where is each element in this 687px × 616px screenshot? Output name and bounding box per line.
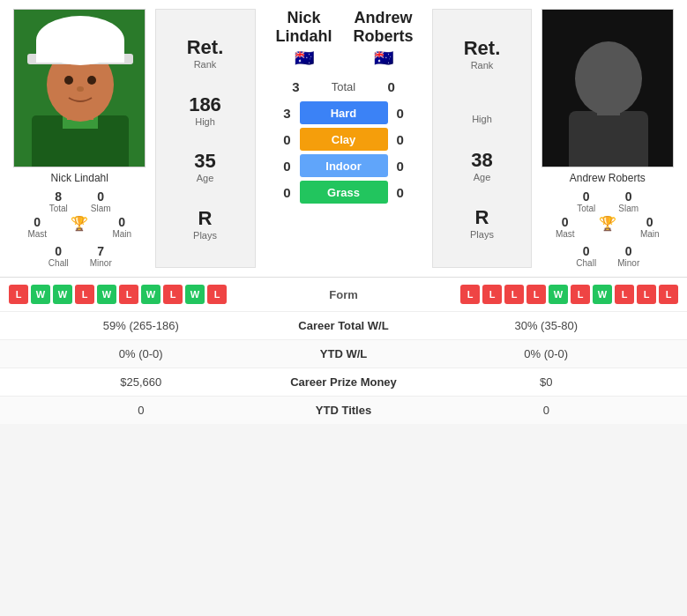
- middle-scores: Nick Lindahl 🇦🇺 Andrew Roberts 🇦🇺 3 Tota…: [260, 9, 428, 268]
- right-main-val: 0: [632, 215, 668, 229]
- bottom-stats-row-0: 59% (265-186) Career Total W/L 30% (35-8…: [0, 311, 687, 339]
- left-high-value: 186: [189, 93, 221, 116]
- left-surface-score-0: 3: [265, 106, 300, 121]
- left-total-score: 3: [273, 79, 309, 94]
- right-form-badge-5: L: [571, 285, 590, 304]
- bottom-center-2: Career Prize Money: [273, 375, 414, 389]
- left-main-stat: 0 Main: [104, 215, 139, 239]
- left-player-photo: [13, 9, 146, 167]
- right-chall-val: 0: [569, 244, 604, 258]
- bottom-left-0: 59% (265-186): [9, 319, 273, 332]
- svg-point-8: [64, 76, 73, 85]
- svg-rect-7: [36, 41, 124, 63]
- left-minor-lbl: Minor: [83, 258, 118, 268]
- right-mast-stat: 0 Mast: [548, 215, 583, 239]
- left-form-badge-3: L: [75, 285, 94, 304]
- total-score-row: 3 Total 0: [265, 79, 423, 94]
- surface-score-row-0: 3 Hard 0: [265, 101, 423, 124]
- bottom-right-0: 30% (35-80): [414, 319, 679, 332]
- right-surface-score-1: 0: [388, 132, 423, 147]
- right-form-badge-1: L: [482, 285, 502, 304]
- left-form-badge-9: L: [207, 285, 227, 304]
- right-age-value: 38: [471, 149, 492, 172]
- right-name-heading: Andrew Roberts 🇦🇺: [344, 9, 423, 71]
- right-mast-lbl: Mast: [548, 229, 583, 239]
- left-chall-stat: 0 Chall: [41, 244, 76, 268]
- surface-badge-0: Hard: [300, 101, 388, 124]
- left-form-badge-7: L: [163, 285, 183, 304]
- bottom-left-2: $25,660: [9, 375, 273, 389]
- right-plays-value: R: [470, 206, 494, 229]
- right-form-badge-0: L: [460, 285, 480, 304]
- right-slam-lbl: Slam: [611, 204, 646, 213]
- right-high-label: High: [472, 114, 492, 124]
- left-age-item: 35 Age: [194, 150, 215, 183]
- right-rank-item: Ret. Rank: [464, 37, 501, 71]
- left-stats-row3: 0 Chall 7 Minor: [41, 244, 118, 268]
- left-form-badge-1: W: [31, 285, 50, 304]
- right-chall-lbl: Chall: [569, 258, 604, 268]
- surface-score-row-3: 0 Grass 0: [265, 181, 423, 204]
- right-mast-val: 0: [548, 215, 583, 229]
- svg-point-10: [77, 86, 84, 92]
- right-form-badge-3: L: [526, 285, 546, 304]
- right-total-lbl: Total: [569, 204, 604, 213]
- right-surface-score-2: 0: [388, 159, 423, 174]
- left-center-stats: Ret. Rank 186 High 35 Age R Plays: [155, 9, 256, 268]
- trophy-icon-right: 🏆: [599, 216, 616, 231]
- bottom-stats-row-3: 0 YTD Titles 0: [0, 396, 687, 424]
- right-trophy-icon: 🏆: [590, 215, 625, 239]
- left-mast-stat: 0 Mast: [19, 215, 55, 239]
- right-rank-value: Ret.: [464, 37, 501, 60]
- right-form-badge-9: L: [659, 285, 678, 304]
- left-chall-lbl: Chall: [41, 258, 76, 268]
- bottom-stats: 59% (265-186) Career Total W/L 30% (35-8…: [0, 311, 687, 424]
- left-high-label: High: [189, 116, 221, 127]
- left-form-badge-2: W: [53, 285, 72, 304]
- left-form-badge-5: L: [119, 285, 138, 304]
- bottom-center-1: YTD W/L: [273, 347, 414, 360]
- left-trophy-icon: 🏆: [62, 215, 97, 239]
- right-slam-stat: 0 Slam: [611, 189, 646, 213]
- left-plays-value: R: [193, 207, 217, 230]
- main-container: Nick Lindahl 8 Total 0 Slam 0 Mast 🏆: [0, 0, 687, 424]
- bottom-left-3: 0: [9, 404, 273, 417]
- right-stats-row3: 0 Chall 0 Minor: [569, 244, 646, 268]
- right-player-photo: [541, 9, 674, 167]
- svg-point-9: [87, 76, 96, 85]
- left-plays-label: Plays: [193, 230, 217, 241]
- surface-badge-2: Indoor: [300, 154, 388, 177]
- right-surface-score-0: 0: [388, 106, 423, 121]
- right-main-stat: 0 Main: [632, 215, 668, 239]
- left-main-val: 0: [104, 215, 139, 229]
- right-flag: 🇦🇺: [344, 48, 423, 68]
- form-label: Form: [300, 288, 388, 301]
- svg-point-14: [575, 41, 642, 115]
- left-plays-item: R Plays: [193, 207, 217, 241]
- left-surface-score-1: 0: [265, 132, 300, 147]
- right-plays-label: Plays: [470, 229, 494, 240]
- top-area: Nick Lindahl 8 Total 0 Slam 0 Mast 🏆: [0, 0, 687, 277]
- left-mast-lbl: Mast: [19, 229, 55, 239]
- left-form-badge-8: W: [185, 285, 205, 304]
- right-main-lbl: Main: [632, 229, 668, 239]
- bottom-right-3: 0: [414, 404, 679, 417]
- bottom-stats-row-1: 0% (0-0) YTD W/L 0% (0-0): [0, 339, 687, 367]
- bottom-center-0: Career Total W/L: [273, 319, 414, 332]
- right-age-label: Age: [471, 172, 492, 182]
- right-form-badge-6: W: [593, 285, 612, 304]
- left-rank-value: Ret.: [187, 36, 224, 59]
- left-total-val: 8: [41, 189, 76, 204]
- left-rank-item: Ret. Rank: [187, 36, 224, 70]
- left-form-badge-4: W: [97, 285, 116, 304]
- left-age-label: Age: [194, 173, 215, 183]
- bottom-left-1: 0% (0-0): [9, 347, 273, 360]
- right-total-val: 0: [569, 189, 604, 204]
- left-slam-lbl: Slam: [83, 204, 118, 213]
- bottom-right-2: $0: [414, 375, 679, 389]
- left-stats-row1: 8 Total 0 Slam: [41, 189, 118, 213]
- left-slam-stat: 0 Slam: [83, 189, 118, 213]
- surface-score-row-2: 0 Indoor 0: [265, 154, 423, 177]
- right-total-stat: 0 Total: [569, 189, 604, 213]
- left-minor-val: 7: [83, 244, 118, 258]
